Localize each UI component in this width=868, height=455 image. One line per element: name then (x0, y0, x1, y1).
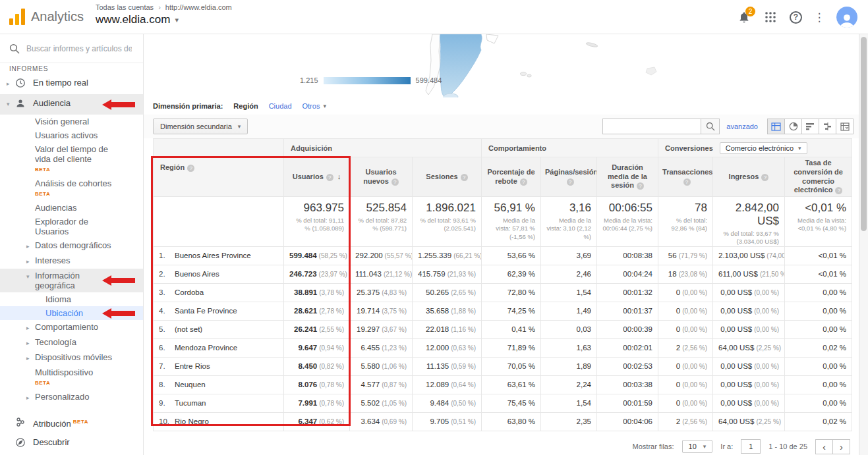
property-selector[interactable]: www.eldia.com ▾ (96, 13, 232, 26)
sidebar-item-ubicacion[interactable]: Ubicación (0, 306, 143, 320)
view-performance-button[interactable] (801, 119, 819, 134)
view-comparison-button[interactable] (819, 119, 836, 134)
region-name[interactable]: Mendoza Province (175, 344, 237, 352)
view-table-button[interactable] (767, 119, 785, 134)
help-icon[interactable]: ? (391, 178, 399, 186)
dimension-option-otros[interactable]: Otros ▾ (303, 102, 326, 110)
chevron-right-icon[interactable]: ▸ (7, 78, 15, 89)
cell-value: 9.647 (298, 344, 317, 352)
sidebar-item-tecnologia[interactable]: ▸Tecnología (0, 335, 143, 350)
search-input[interactable] (26, 44, 132, 53)
sidebar-item-informacion-geografica[interactable]: ▾Información geográfica (0, 269, 143, 292)
map-region-argentina[interactable] (440, 34, 482, 97)
sidebar-item-personalizado[interactable]: ▸Personalizado (0, 390, 143, 405)
breadcrumb-property[interactable]: http://www.eldia.com (165, 3, 232, 11)
dimension-option-region[interactable]: Región (233, 102, 258, 110)
region-name[interactable]: (not set) (175, 325, 202, 333)
help-icon[interactable]: ? (835, 187, 842, 194)
help-icon[interactable]: ? (187, 165, 194, 172)
chevron-right-icon[interactable]: ▸ (26, 255, 35, 267)
table-search-input[interactable] (602, 119, 701, 134)
row-rank: 7. (159, 362, 175, 370)
secondary-dimension-button[interactable]: Dimensión secundaria ▾ (153, 119, 248, 134)
region-name[interactable]: Buenos Aires (175, 270, 219, 278)
apps-grid-button[interactable] (765, 11, 776, 23)
help-icon[interactable]: ? (761, 174, 768, 181)
column-header-tasa-conversion[interactable]: Tasa de conversión de comercio electróni… (785, 157, 852, 197)
notifications-button[interactable]: 2 (737, 10, 751, 24)
table-search-button[interactable] (701, 119, 720, 134)
sidebar-item-comportamiento[interactable]: ▸Comportamiento (0, 320, 143, 335)
sidebar-item-idioma[interactable]: Idioma (0, 292, 143, 306)
column-header-usuarios[interactable]: Usuarios?↓ (284, 157, 350, 197)
help-icon[interactable]: ? (637, 182, 644, 190)
region-name[interactable]: Cordoba (175, 288, 204, 296)
sidebar-item-atribucion[interactable]: AtribuciónBETA (0, 413, 143, 433)
column-header-ingresos[interactable]: Ingresos? (713, 157, 785, 197)
view-pivot-button[interactable] (836, 119, 854, 134)
column-header-rebote[interactable]: Porcentaje de rebote? (482, 157, 541, 197)
sidebar-item-valor-del-tiempo-de-vida-del-cliente[interactable]: Valor del tiempo de vida del clienteBETA (0, 142, 143, 176)
sidebar-item-usuarios-activos[interactable]: Usuarios activos (0, 128, 143, 142)
help-button[interactable]: ? (790, 11, 802, 24)
chevron-right-icon[interactable]: ▸ (26, 322, 35, 333)
chevron-right-icon[interactable]: ▸ (26, 392, 35, 403)
help-icon[interactable]: ? (520, 178, 527, 186)
region-name[interactable]: Tucuman (175, 399, 206, 407)
help-icon[interactable]: ? (567, 178, 574, 186)
sidebar-search[interactable] (0, 34, 143, 63)
rows-per-page-select[interactable]: 10 ▾ (682, 440, 713, 453)
previous-page-button[interactable]: ‹ (815, 439, 833, 454)
sidebar-item-datos-demograficos[interactable]: ▸Datos demográficos (0, 238, 143, 254)
map-region-chile[interactable] (426, 34, 440, 95)
goto-page-input[interactable] (741, 439, 761, 454)
sidebar-item-intereses[interactable]: ▸Intereses (0, 254, 143, 269)
sidebar-item-label: Información geográfica (35, 271, 113, 290)
sidebar-item-en-tiempo-real[interactable]: ▸En tiempo real (0, 74, 143, 94)
sidebar-item-analisis-de-cohortes[interactable]: Análisis de cohortesBETA (0, 176, 143, 201)
column-header-paginas-sesion[interactable]: Páginas/sesión? (541, 157, 597, 197)
geo-map[interactable] (394, 34, 763, 97)
sidebar-item-audiencias[interactable]: Audiencias (0, 201, 143, 215)
sort-desc-icon[interactable]: ↓ (337, 173, 341, 180)
chevron-down-icon[interactable]: ▾ (7, 98, 15, 109)
chevron-right-icon[interactable]: ▸ (26, 352, 35, 363)
breadcrumb[interactable]: Todas las cuentas › http://www.eldia.com (96, 3, 232, 11)
column-header-transacciones[interactable]: Transacciones? (658, 157, 713, 197)
region-name[interactable]: Entre Rios (175, 362, 210, 370)
dimension-option-ciudad[interactable]: Ciudad (269, 102, 292, 110)
help-icon[interactable]: ? (461, 174, 468, 181)
region-name[interactable]: Neuquen (175, 381, 206, 388)
region-name[interactable]: Buenos Aires Province (175, 252, 251, 259)
annotation-arrow (102, 308, 135, 319)
view-percentage-button[interactable] (784, 119, 802, 134)
scrollbar-thumb[interactable] (861, 37, 867, 231)
advanced-link[interactable]: avanzado (726, 122, 758, 130)
sidebar-item-audiencia[interactable]: ▾Audiencia (0, 94, 143, 115)
column-header-duracion[interactable]: Duración media de la sesión? (597, 157, 658, 197)
region-name[interactable]: Rio Negro (175, 417, 209, 425)
cell-value: 0,41 % (511, 325, 535, 333)
sidebar-item-vision-general[interactable]: Visión general (0, 115, 143, 128)
breadcrumb-account[interactable]: Todas las cuentas (96, 3, 154, 11)
column-header-region[interactable]: Región? (154, 139, 284, 197)
sidebar-item-dispositivos-moviles[interactable]: ▸Dispositivos móviles (0, 350, 143, 365)
analytics-logo[interactable]: Analytics (9, 8, 84, 25)
chevron-right-icon[interactable]: ▸ (26, 337, 35, 348)
main-scrollbar[interactable] (859, 34, 868, 455)
sidebar-item-multidispositivo[interactable]: MultidispositivoBETA (0, 365, 143, 390)
help-icon[interactable]: ? (683, 178, 691, 186)
help-icon[interactable]: ? (326, 174, 333, 181)
sidebar-item-descubrir[interactable]: Descubrir (0, 433, 143, 454)
chevron-right-icon[interactable]: ▸ (26, 240, 35, 252)
sidebar-item-explorador-de-usuarios[interactable]: Explorador de Usuarios (0, 215, 143, 238)
region-name[interactable]: Santa Fe Province (175, 307, 237, 315)
cell-value: 5.502 (361, 399, 380, 407)
next-page-button[interactable]: › (832, 439, 850, 454)
more-options-button[interactable]: ⋮ (815, 11, 823, 24)
chevron-down-icon[interactable]: ▾ (26, 271, 35, 282)
user-avatar[interactable] (836, 7, 857, 28)
column-header-usuarios-nuevos[interactable]: Usuarios nuevos? (350, 157, 413, 197)
ecommerce-selector[interactable]: Comercio electrónico ▾ (720, 142, 807, 154)
column-header-sesiones[interactable]: Sesiones? (413, 157, 482, 197)
